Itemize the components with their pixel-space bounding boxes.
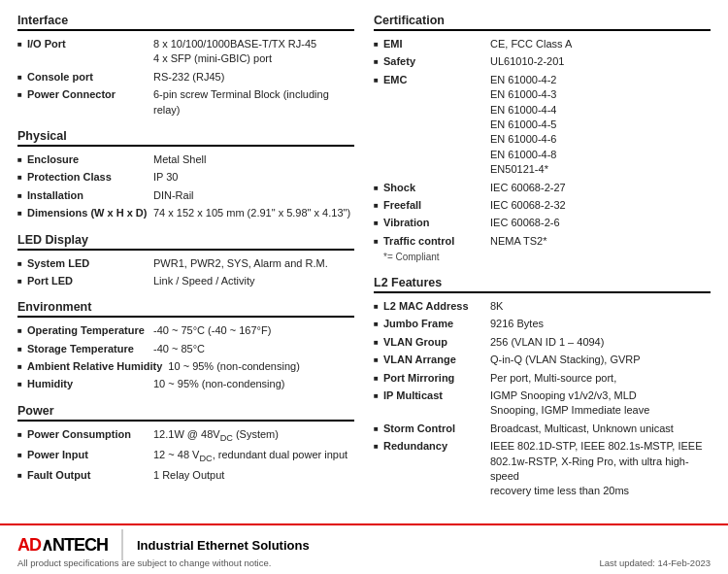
spec-value: Metal Shell bbox=[153, 152, 354, 167]
spec-io-port: ■ I/O Port 8 x 10/100/1000BASE-T/TX RJ-4… bbox=[17, 37, 354, 67]
spec-vlan-group: ■ VLAN Group 256 (VLAN ID 1 – 4094) bbox=[374, 335, 711, 350]
spec-label: Operating Temperature bbox=[27, 323, 153, 338]
spec-shock: ■ Shock IEC 60068-2-27 bbox=[374, 181, 711, 195]
footer-inner: AD∧NTECH Industrial Ethernet Solutions A… bbox=[17, 529, 711, 570]
bullet-icon: ■ bbox=[17, 208, 27, 219]
spec-value: IEC 60068-2-27 bbox=[490, 181, 711, 195]
bullet-icon: ■ bbox=[374, 319, 383, 329]
spec-value: -40 ~ 85°C bbox=[153, 342, 354, 356]
spec-label: Vibration bbox=[383, 216, 490, 230]
spec-value: 8 x 10/100/1000BASE-T/TX RJ-454 x SFP (m… bbox=[153, 37, 354, 67]
bullet-icon: ■ bbox=[374, 218, 383, 228]
bullet-icon: ■ bbox=[374, 355, 383, 365]
left-column: Interface ■ I/O Port 8 x 10/100/1000BASE… bbox=[17, 14, 354, 502]
spec-port-led: ■ Port LED Link / Speed / Activity bbox=[17, 274, 354, 288]
spec-ip-multicast: ■ IP Multicast IGMP Snooping v1/v2/v3, M… bbox=[374, 388, 711, 419]
footer-date: Last updated: 14-Feb-2023 bbox=[599, 557, 711, 568]
bullet-icon: ■ bbox=[374, 75, 383, 85]
spec-label: Redundancy bbox=[383, 439, 490, 454]
bullet-icon: ■ bbox=[17, 325, 27, 336]
spec-operating-temp: ■ Operating Temperature -40 ~ 75°C (-40 … bbox=[17, 323, 354, 338]
spec-humidity: ■ Humidity 10 ~ 95% (non-condensing) bbox=[17, 377, 354, 391]
spec-ambient-humidity: ■ Ambient Relative Humidity 10 ~ 95% (no… bbox=[17, 359, 354, 374]
footer-top: AD∧NTECH Industrial Ethernet Solutions bbox=[17, 529, 711, 560]
spec-protection-class: ■ Protection Class IP 30 bbox=[17, 170, 354, 185]
spec-console-port: ■ Console port RS-232 (RJ45) bbox=[17, 70, 354, 84]
bullet-icon: ■ bbox=[17, 154, 27, 165]
spec-label: Installation bbox=[27, 188, 153, 203]
spec-label: Safety bbox=[383, 54, 490, 69]
section-l2-title: L2 Features bbox=[374, 276, 711, 293]
spec-storm-control: ■ Storm Control Broadcast, Multicast, Un… bbox=[374, 422, 711, 436]
spec-value: IEC 60068-2-6 bbox=[490, 216, 711, 230]
spec-value: 74 x 152 x 105 mm (2.91" x 5.98" x 4.13"… bbox=[153, 206, 354, 220]
spec-label: I/O Port bbox=[27, 37, 153, 51]
spec-label: Storage Temperature bbox=[27, 342, 153, 356]
bullet-icon: ■ bbox=[374, 373, 383, 384]
spec-traffic-control: ■ Traffic control NEMA TS2* bbox=[374, 234, 711, 249]
footer-logo: AD∧NTECH bbox=[17, 534, 108, 556]
section-physical-title: Physical bbox=[17, 129, 354, 147]
footer: AD∧NTECH Industrial Ethernet Solutions A… bbox=[0, 523, 728, 574]
spec-label: Jumbo Frame bbox=[383, 317, 490, 331]
footer-note: All product specifications are subject t… bbox=[17, 557, 271, 568]
spec-value: Per port, Multi-source port, bbox=[490, 371, 711, 386]
spec-value: 9216 Bytes bbox=[490, 317, 711, 331]
bullet-icon: ■ bbox=[17, 470, 27, 481]
spec-value: 10 ~ 95% (non-condensing) bbox=[168, 359, 354, 374]
spec-port-mirroring: ■ Port Mirroring Per port, Multi-source … bbox=[374, 371, 711, 386]
spec-value: EN 61000-4-2 EN 61000-4-3 EN 61000-4-4 E… bbox=[490, 73, 711, 178]
spec-label: Port LED bbox=[27, 274, 153, 288]
spec-label: System LED bbox=[27, 256, 153, 271]
spec-label: Port Mirroring bbox=[383, 371, 490, 386]
spec-label: Power Consumption bbox=[27, 427, 153, 442]
bullet-icon: ■ bbox=[374, 390, 383, 401]
spec-mac-address: ■ L2 MAC Address 8K bbox=[374, 299, 711, 314]
spec-value: 12.1W @ 48VDC (System) bbox=[153, 427, 354, 445]
bullet-icon: ■ bbox=[17, 190, 27, 201]
bullet-icon: ■ bbox=[17, 72, 27, 83]
bullet-icon: ■ bbox=[374, 39, 383, 50]
spec-label: VLAN Group bbox=[383, 335, 490, 350]
spec-safety: ■ Safety UL61010-2-201 bbox=[374, 54, 711, 69]
spec-enclosure: ■ Enclosure Metal Shell bbox=[17, 152, 354, 167]
spec-freefall: ■ Freefall IEC 60068-2-32 bbox=[374, 198, 711, 213]
spec-label: Traffic control bbox=[383, 234, 490, 249]
spec-storage-temp: ■ Storage Temperature -40 ~ 85°C bbox=[17, 342, 354, 356]
bullet-icon: ■ bbox=[17, 344, 27, 355]
main-content: Interface ■ I/O Port 8 x 10/100/1000BASE… bbox=[0, 0, 728, 560]
footer-tagline: Industrial Ethernet Solutions bbox=[137, 538, 310, 553]
spec-value: NEMA TS2* bbox=[490, 234, 711, 249]
spec-value: 6-pin screw Terminal Block (including re… bbox=[153, 87, 354, 118]
spec-label: Console port bbox=[27, 70, 153, 84]
spec-value: IP 30 bbox=[153, 170, 354, 185]
spec-value: 8K bbox=[490, 299, 711, 314]
spec-vlan-arrange: ■ VLAN Arrange Q-in-Q (VLAN Stacking), G… bbox=[374, 353, 711, 367]
bullet-icon: ■ bbox=[374, 183, 383, 193]
bullet-icon: ■ bbox=[17, 172, 27, 183]
bullet-icon: ■ bbox=[17, 379, 27, 389]
spec-value: PWR1, PWR2, SYS, Alarm and R.M. bbox=[153, 256, 354, 271]
bullet-icon: ■ bbox=[374, 423, 383, 434]
spec-value: Broadcast, Multicast, Unknown unicast bbox=[490, 422, 711, 436]
spec-power-consumption: ■ Power Consumption 12.1W @ 48VDC (Syste… bbox=[17, 427, 354, 445]
section-environment-title: Environment bbox=[17, 300, 354, 318]
spec-label: IP Multicast bbox=[383, 388, 490, 403]
spec-value: CE, FCC Class A bbox=[490, 37, 711, 51]
section-power-title: Power bbox=[17, 404, 354, 422]
spec-value: 12 ~ 48 VDC, redundant dual power input bbox=[153, 448, 354, 465]
bullet-icon: ■ bbox=[374, 200, 383, 211]
spec-label: Fault Output bbox=[27, 468, 153, 483]
spec-label: Power Connector bbox=[27, 87, 153, 102]
spec-label: Ambient Relative Humidity bbox=[27, 359, 168, 374]
spec-emc: ■ EMC EN 61000-4-2 EN 61000-4-3 EN 61000… bbox=[374, 73, 711, 178]
spec-label: Shock bbox=[383, 181, 490, 195]
spec-value: DIN-Rail bbox=[153, 188, 354, 203]
spec-value: IGMP Snooping v1/v2/v3, MLDSnooping, IGM… bbox=[490, 388, 711, 419]
bullet-icon: ■ bbox=[374, 337, 383, 348]
spec-system-led: ■ System LED PWR1, PWR2, SYS, Alarm and … bbox=[17, 256, 354, 271]
bullet-icon: ■ bbox=[17, 89, 27, 100]
bullet-icon: ■ bbox=[17, 276, 27, 287]
spec-value: -40 ~ 75°C (-40 ~ 167°F) bbox=[153, 323, 354, 338]
section-certification-title: Certification bbox=[374, 14, 711, 31]
